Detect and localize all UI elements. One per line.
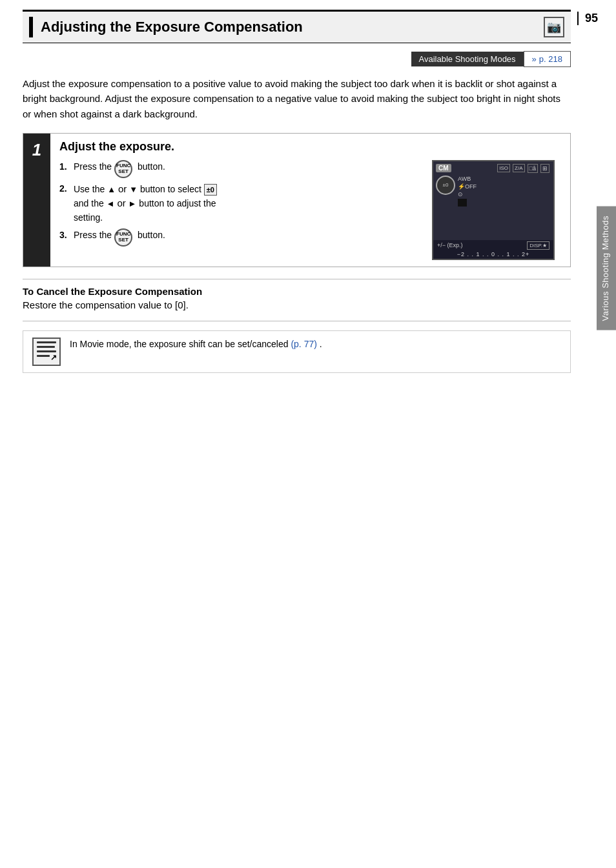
modes-arrow-icon: » (532, 54, 537, 64)
cancel-section: To Cancel the Exposure Compensation Rest… (23, 286, 571, 310)
step-row: 1. Press the FUNCSET button. 2. Use the … (59, 160, 561, 260)
instr-text-3-after: button. (135, 228, 165, 247)
divider-1 (23, 279, 571, 279)
camera-icon: 📷 (544, 17, 564, 37)
instr-num-1: 1. (59, 160, 71, 178)
cs-4off: ⚡OFF (458, 183, 477, 190)
note-link[interactable]: (p. 77) (291, 339, 316, 349)
instructions-col: 1. Press the FUNCSET button. 2. Use the … (59, 160, 419, 260)
cs-za-icon: Z/A (513, 164, 524, 172)
cancel-text: Restore the compensation value to [0]. (23, 299, 571, 310)
cs-cm-badge: CM (436, 164, 451, 172)
func-btn-3: FUNCSET (114, 228, 132, 247)
divider-2 (23, 321, 571, 321)
instr-text-1-before: Press the (74, 160, 112, 178)
cs-scale: −2 . . 1 . . 0 . . 1 . . 2+ (437, 251, 549, 257)
note-box: ↗ In Movie mode, the exposure shift can … (23, 330, 571, 373)
modes-bar: Available Shooting Modes » p. 218 (23, 51, 571, 67)
cs-grid-icon: ⊞ (540, 164, 549, 173)
instr-text-3-before: Press the (74, 228, 112, 247)
instruction-2: 2. Use the ▲ or ▼ button to select ±0 an… (59, 182, 419, 225)
func-btn-1: FUNCSET (114, 160, 132, 178)
camera-screen-col: CM ISO Z/A □â ⊞ ±0 (432, 160, 561, 260)
modes-link[interactable]: » p. 218 (524, 51, 571, 67)
note-line-4 (37, 355, 50, 357)
cs-iso-icon: ISO (497, 164, 510, 172)
intro-text: Adjust the exposure compensation to a po… (23, 76, 571, 121)
note-text: In Movie mode, the exposure shift can be… (70, 338, 322, 352)
step-number: 1 (23, 134, 50, 267)
note-line-2 (37, 346, 55, 348)
instr-text-1-after: button. (135, 160, 165, 178)
instr-text-2: Use the ▲ or ▼ button to select ±0 and t… (74, 182, 217, 225)
cs-awb: AWB (458, 176, 477, 182)
note-arrow-icon: ↗ (50, 353, 57, 362)
note-text-after: . (320, 339, 322, 349)
cancel-title: To Cancel the Exposure Compensation (23, 286, 571, 297)
step-content: Adjust the exposure. 1. Press the FUNCSE… (50, 134, 570, 267)
side-tab: Various Shooting Methods (597, 207, 616, 330)
instruction-1: 1. Press the FUNCSET button. (59, 160, 419, 178)
main-content: Adjusting the Exposure Compensation 📷 Av… (23, 10, 584, 373)
cs-exp-row: +/− (Exp.) DISP.★ (437, 241, 549, 250)
step-box: 1 Adjust the exposure. 1. Press the FUNC… (23, 133, 571, 267)
cs-top-row: CM ISO Z/A □â ⊞ (433, 161, 553, 174)
title-accent (29, 17, 33, 37)
cs-black-box (458, 199, 467, 207)
cs-bottom-row: +/− (Exp.) DISP.★ −2 . . 1 . . 0 . . 1 .… (433, 240, 553, 259)
cs-middle: ±0 AWB ⚡OFF ⊙ (433, 174, 553, 208)
camera-screen: CM ISO Z/A □â ⊞ ±0 (432, 160, 555, 260)
note-line-1 (37, 341, 56, 343)
cs-dial: ±0 (436, 176, 455, 195)
cs-icons-right: ISO Z/A □â ⊞ (497, 164, 549, 173)
cs-disp-btn: DISP.★ (527, 241, 549, 250)
cs-square-icon: □â (528, 164, 538, 173)
modes-label: Available Shooting Modes (411, 52, 524, 66)
cs-right-indicators: AWB ⚡OFF ⊙ (458, 176, 477, 207)
modes-link-text[interactable]: p. 218 (539, 54, 562, 64)
instr-num-2: 2. (59, 182, 71, 225)
page-number: 95 (577, 12, 598, 25)
instruction-3: 3. Press the FUNCSET button. (59, 228, 419, 247)
title-section: Adjusting the Exposure Compensation 📷 (23, 10, 571, 43)
note-text-before: In Movie mode, the exposure shift can be… (70, 339, 289, 349)
step-title: Adjust the exposure. (59, 140, 561, 154)
note-icon: ↗ (32, 338, 61, 366)
page-title: Adjusting the Exposure Compensation (41, 19, 537, 35)
note-line-3 (37, 350, 56, 352)
instr-num-3: 3. (59, 228, 71, 247)
cs-spot: ⊙ (458, 191, 477, 197)
cs-left-controls: ±0 (436, 176, 455, 207)
cs-exp-text: +/− (Exp.) (437, 242, 463, 248)
